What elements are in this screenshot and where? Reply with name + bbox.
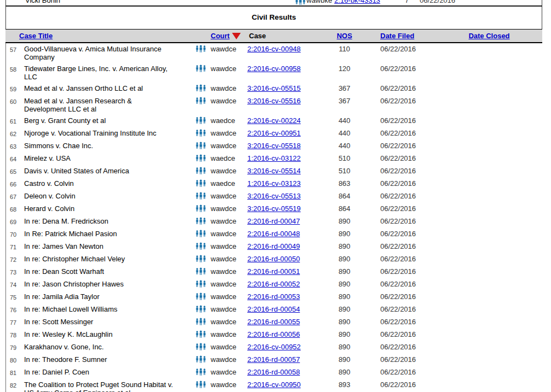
case-title: Castro v. Colvin (24, 178, 193, 190)
row-number: 61 (5, 115, 24, 127)
nos-code: 367 (318, 95, 370, 115)
case-number-link[interactable]: 3:2016-cv-05518 (247, 142, 301, 150)
case-row: 72 In re: Christopher Michael Veley wawd… (5, 253, 542, 266)
case-number-link[interactable]: 2:2016-rd-00054 (247, 305, 300, 313)
parties-icon[interactable] (195, 381, 206, 390)
parties-icon[interactable] (195, 292, 206, 302)
sort-nos-link[interactable]: NOS (337, 32, 352, 40)
nos-code: 890 (318, 253, 370, 266)
date-filed: 06/22/2016 (370, 266, 436, 278)
case-number-link[interactable]: 3:2016-cv-05515 (247, 84, 301, 92)
case-number-link[interactable]: 2:2016-rd-00057 (247, 355, 300, 364)
parties-icon[interactable] (195, 355, 206, 365)
case-title: In re: Wesley K. McLaughlin (24, 329, 193, 341)
case-title: Mead et al v. Janssen Ortho LLC et al (24, 83, 193, 95)
parties-icon[interactable] (195, 97, 206, 106)
parties-icon[interactable] (195, 305, 206, 314)
case-number-link[interactable]: 2:2016-rd-00055 (247, 318, 300, 326)
case-title: In re: Daniel P. Coen (24, 366, 193, 379)
nos-code: 890 (318, 241, 370, 253)
case-number-link[interactable]: 2:2016-rd-00051 (247, 267, 300, 276)
parties-icon[interactable] (195, 84, 206, 93)
case-number-link[interactable]: 1:2016-cv-03123 (247, 179, 301, 188)
date-closed (436, 241, 542, 253)
nos-code: 440 (318, 115, 370, 127)
case-number-link[interactable]: 2:2016-cv-00950 (247, 381, 301, 389)
nos-code: 440 (318, 127, 370, 140)
row-number: 82 (5, 379, 24, 392)
date-closed (436, 316, 542, 329)
case-title: In re: Jason Christopher Hawes (24, 278, 193, 291)
parties-icon[interactable] (195, 65, 206, 74)
case-number-link[interactable]: 2:2016-cv-00951 (247, 129, 301, 137)
nos-code: 890 (318, 266, 370, 278)
case-number-link[interactable]: 2:2016-cv-00952 (247, 343, 301, 351)
nos-code: 890 (318, 303, 370, 316)
sort-date-filed-link[interactable]: Date Filed (380, 32, 414, 40)
parties-icon[interactable] (195, 204, 206, 214)
case-row: 68 Herard v. Colvin wawdce 3:2016-cv-055… (5, 203, 542, 215)
parties-icon[interactable] (195, 129, 206, 138)
case-number-link[interactable]: 2:2016-rd-00047 (247, 217, 300, 225)
prev-case-number-link[interactable]: 2:16-bk-43313 (334, 0, 380, 4)
parties-icon[interactable] (195, 192, 206, 201)
parties-icon[interactable] (195, 267, 206, 277)
case-number-link[interactable]: 3:2016-cv-05514 (247, 167, 301, 175)
date-filed: 06/22/2016 (370, 83, 436, 95)
case-number-link[interactable]: 2:2016-rd-00050 (247, 255, 300, 263)
parties-icon[interactable] (195, 242, 206, 251)
parties-icon[interactable] (195, 368, 206, 377)
case-number-link[interactable]: 2:2016-rd-00052 (247, 280, 300, 288)
parties-icon[interactable] (195, 318, 206, 327)
case-number-link[interactable]: 2:2016-rd-00049 (247, 242, 300, 250)
parties-icon[interactable] (195, 45, 206, 54)
parties-icon[interactable] (195, 167, 206, 176)
case-number-link[interactable]: 3:2016-cv-05513 (247, 192, 301, 200)
case-number-link[interactable]: 3:2016-cv-05519 (247, 204, 301, 213)
date-closed (436, 115, 542, 127)
case-number-link[interactable]: 2:2016-cv-00224 (247, 116, 301, 125)
case-number-link[interactable]: 3:2016-cv-05516 (247, 97, 301, 105)
date-filed: 06/22/2016 (370, 115, 436, 127)
case-row: 76 In re: Michael Lowell Williams wawdce… (5, 303, 542, 316)
parties-icon[interactable] (195, 280, 206, 289)
date-closed (436, 127, 542, 140)
case-number-link[interactable]: 2:2016-cv-00958 (247, 65, 301, 73)
date-closed (436, 278, 542, 291)
parties-icon[interactable] (195, 142, 206, 151)
case-number-link[interactable]: 1:2016-cv-03122 (247, 154, 301, 162)
court-code: waedce (211, 154, 235, 162)
parties-icon[interactable] (195, 255, 206, 264)
parties-icon[interactable] (195, 154, 206, 163)
nos-code: 440 (318, 140, 370, 153)
sort-descending-icon (232, 33, 241, 39)
sort-case-title-link[interactable]: Case Title (19, 32, 53, 40)
court-code: waedce (211, 116, 235, 125)
nos-code: 510 (318, 153, 370, 165)
row-number: 66 (5, 178, 24, 190)
parties-icon[interactable] (195, 330, 206, 340)
case-number-link[interactable]: 2:2016-rd-00048 (247, 230, 300, 238)
row-number: 81 (5, 366, 24, 379)
parties-icon[interactable] (195, 217, 206, 226)
case-number-link[interactable]: 2:2016-rd-00053 (247, 292, 300, 301)
date-filed: 06/22/2016 (370, 329, 436, 341)
previous-table-partial-row: Vicki Bonin wawbke 2:16-bk-43313 7 06/22… (5, 0, 542, 5)
court-code: wawdce (211, 217, 236, 225)
case-number-link[interactable]: 2:2016-rd-00056 (247, 330, 300, 338)
court-code: wawdce (211, 242, 236, 250)
sort-date-closed-link[interactable]: Date Closed (468, 32, 509, 40)
case-number-link[interactable]: 2:2016-rd-00058 (247, 368, 300, 376)
parties-icon[interactable] (295, 0, 306, 5)
table-left-border (5, 43, 6, 392)
row-number: 80 (5, 354, 24, 366)
date-filed: 06/22/2016 (370, 341, 436, 354)
parties-icon[interactable] (195, 230, 206, 239)
parties-icon[interactable] (195, 116, 206, 126)
parties-icon[interactable] (195, 343, 206, 352)
date-closed (436, 178, 542, 190)
case-row: 61 Berg v. Grant County et al waedce 2:2… (5, 115, 542, 127)
sort-court-link[interactable]: Court (211, 32, 230, 40)
parties-icon[interactable] (195, 179, 206, 189)
case-number-link[interactable]: 2:2016-cv-00948 (247, 45, 301, 53)
